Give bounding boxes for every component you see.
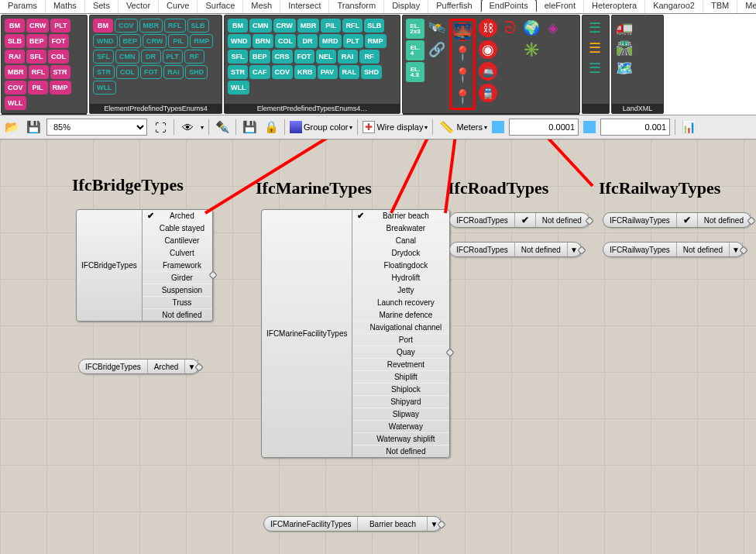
chip-dr[interactable]: DR <box>141 50 161 64</box>
chip-shd[interactable]: SHD <box>185 65 208 79</box>
chip-str[interactable]: STR <box>50 65 70 79</box>
list-item[interactable]: Not defined <box>143 309 212 321</box>
list-item[interactable]: Navigational channel <box>352 322 449 334</box>
chip-slb[interactable]: SLB <box>5 34 25 48</box>
chip-str[interactable]: STR <box>93 65 115 79</box>
chip-pav[interactable]: PAV <box>318 65 338 79</box>
ruler-icon[interactable]: 📏 <box>438 119 455 136</box>
tab-tbm[interactable]: TBM <box>703 0 737 13</box>
lock-icon[interactable]: 🔒 <box>263 119 280 136</box>
spiral-icon[interactable]: ᘐ <box>500 19 519 37</box>
chip-cmn[interactable]: CMN <box>115 50 139 64</box>
chip-crs[interactable]: CRS <box>272 50 293 64</box>
eye-icon[interactable]: 👁 <box>179 119 196 136</box>
chip-brn[interactable]: BRN <box>253 34 274 48</box>
chip-bm[interactable]: BM <box>93 19 113 33</box>
list-item[interactable]: Framework <box>143 260 212 272</box>
tab-transform[interactable]: Transform <box>329 0 384 13</box>
chip-rfl[interactable]: RFL <box>29 65 49 79</box>
tab-vector[interactable]: Vector <box>119 0 159 13</box>
chip-rai[interactable]: RAI <box>163 65 184 79</box>
tolerance-abs-input[interactable] <box>509 119 579 136</box>
chip-plt[interactable]: PLT <box>163 50 183 64</box>
chip-crw[interactable]: CRW <box>26 19 49 33</box>
list-item[interactable]: Waterway <box>352 421 449 433</box>
list-item[interactable]: Barrier beach <box>352 210 449 222</box>
el-box[interactable]: EL.4 <box>406 40 424 60</box>
chip-cmn[interactable]: CMN <box>249 19 272 33</box>
tab-surface[interactable]: Surface <box>198 0 243 13</box>
focus-icon[interactable]: ⛶ <box>152 119 169 136</box>
list-item[interactable]: Truss <box>143 297 212 309</box>
list-item[interactable]: Shipyard <box>352 396 449 408</box>
net-icon[interactable]: ✳️ <box>522 40 541 59</box>
chip-fot[interactable]: FOT <box>294 50 314 64</box>
list-item[interactable]: Port <box>352 334 449 346</box>
chip-bm[interactable]: BM <box>228 19 248 33</box>
chip-rf[interactable]: RF <box>359 50 380 64</box>
list-item[interactable]: Revetment <box>352 359 449 371</box>
list-item[interactable]: Quay <box>352 346 449 359</box>
chip-plt[interactable]: PLT <box>50 19 70 33</box>
chip-wll[interactable]: WLL <box>228 81 249 95</box>
chip-mbr[interactable]: MBR <box>297 19 320 33</box>
list-icon[interactable]: ☰ <box>586 19 604 37</box>
chip-mbr[interactable]: MBR <box>5 65 27 79</box>
landxml-map-icon[interactable]: 🗺️ <box>615 59 634 77</box>
chip-nel[interactable]: NEL <box>316 50 336 64</box>
component-bridge-types[interactable]: IFCBridgeTypes ArchedCable stayedCantile… <box>76 209 213 322</box>
group-color-swatch[interactable] <box>290 121 302 133</box>
landxml-truck-icon[interactable]: 🚛 <box>615 19 634 37</box>
chip-cov[interactable]: COV <box>272 65 294 79</box>
capsule-railway-2[interactable]: IFCRailwayTypes Not defined ▼ <box>603 242 744 257</box>
chip-rfl[interactable]: RFL <box>342 19 363 33</box>
chip-crw[interactable]: CRW <box>273 19 296 33</box>
open-icon[interactable]: 📂 <box>3 119 20 136</box>
list-item[interactable]: Slipway <box>352 408 449 421</box>
tol-abs-icon[interactable] <box>492 121 504 133</box>
list-item[interactable]: Floatingdock <box>352 260 449 272</box>
list3-icon[interactable]: ☰ <box>586 59 604 77</box>
chip-caf[interactable]: CAF <box>249 65 270 79</box>
chip-bep[interactable]: BEP <box>249 50 270 64</box>
ifc-railway-icon[interactable]: 📍 <box>453 88 472 106</box>
list-item[interactable]: Launch recovery <box>352 297 449 309</box>
group-color-label[interactable]: Group color <box>304 122 348 132</box>
chip-bep[interactable]: BEP <box>119 34 142 48</box>
chip-mrd[interactable]: MRD <box>319 34 342 48</box>
chip-pil[interactable]: PIL <box>168 34 188 48</box>
list-item[interactable]: Girder <box>143 272 212 284</box>
sketch-icon[interactable]: ✒️ <box>214 119 231 136</box>
chip-rf[interactable]: RF <box>184 50 204 64</box>
canvas[interactable]: IfcBridgeTypes IfcMarineTypes IfcRoadTyp… <box>0 139 756 554</box>
chip-col[interactable]: COL <box>275 34 296 48</box>
landxml-road-icon[interactable]: 🛣️ <box>615 39 634 57</box>
list-item[interactable]: Shiplift <box>352 371 449 384</box>
cube-icon[interactable]: ◈ <box>544 19 562 37</box>
chip-cov[interactable]: COV <box>5 81 26 95</box>
capsule-railway-1[interactable]: IFCRailwayTypes ✔ Not defined <box>603 212 751 228</box>
rail-icon[interactable]: 🚆 <box>479 84 497 102</box>
chip-crw[interactable]: CRW <box>143 34 167 48</box>
list-item[interactable]: Drydock <box>352 247 449 260</box>
chip-krb[interactable]: KRB <box>294 65 316 79</box>
chip-col[interactable]: COL <box>48 50 69 64</box>
list-item[interactable]: Marine defence <box>352 309 449 322</box>
model-icon[interactable]: 🛰️ <box>428 19 446 37</box>
capsule-marine[interactable]: IFCMarineFacilityTypes Barrier beach ▼ <box>263 516 442 532</box>
tab-sets[interactable]: Sets <box>85 0 119 13</box>
chip-str[interactable]: STR <box>228 65 248 79</box>
capsule-bridge[interactable]: IFCBridgeTypes Arched ▼ <box>78 359 199 374</box>
list-item[interactable]: Breakwater <box>352 222 449 235</box>
tab-intersect[interactable]: Intersect <box>280 0 329 13</box>
marker-icon[interactable]: ◉ <box>479 40 497 59</box>
chip-bep[interactable]: BEP <box>26 34 47 48</box>
chip-wll[interactable]: WLL <box>93 81 116 95</box>
list2-icon[interactable]: ☰ <box>586 39 604 57</box>
tab-heteroptera[interactable]: Heteroptera <box>584 0 645 13</box>
tab-pufferfish[interactable]: Pufferfish <box>428 0 480 13</box>
chip-col[interactable]: COL <box>116 65 139 79</box>
chip-slb[interactable]: SLB <box>187 19 209 33</box>
chip-sfl[interactable]: SFL <box>228 50 248 64</box>
tab-params[interactable]: Params <box>0 0 46 13</box>
